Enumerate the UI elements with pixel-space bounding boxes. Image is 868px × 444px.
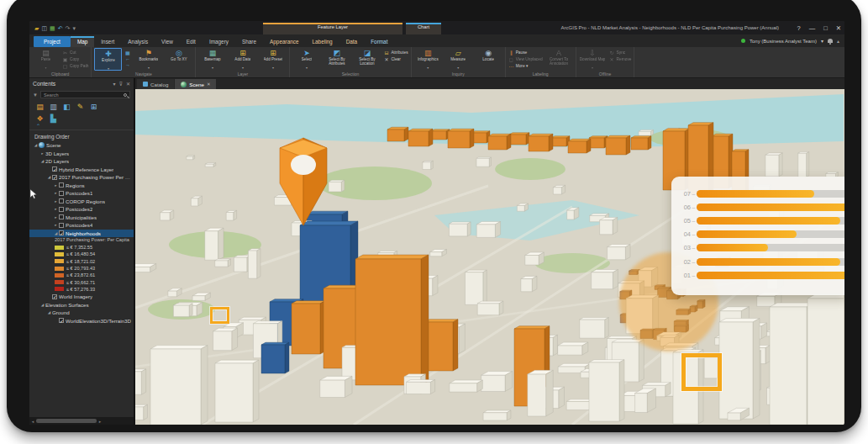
new-map-icon[interactable]: ▦: [50, 25, 55, 31]
view-tab-scene[interactable]: Scene✕: [175, 79, 216, 89]
layer-item-ground[interactable]: ◢Ground: [29, 309, 134, 317]
cut-button[interactable]: ✂Cut: [62, 50, 88, 56]
horizontal-scrollbar[interactable]: ◂ ▸: [29, 417, 134, 425]
add-data-button[interactable]: ⊞Add Data▾: [229, 48, 256, 69]
ribbon-tab-map[interactable]: Map: [71, 36, 94, 47]
layer-item-postcodes1[interactable]: ▸Postcodes1: [29, 189, 134, 198]
ribbon-tab-insert[interactable]: Insert: [94, 36, 121, 47]
layer-item-neighborhoods[interactable]: ◢Neighborhoods: [29, 230, 134, 238]
close-view-icon[interactable]: ✕: [207, 82, 211, 87]
panel-menu-icon[interactable]: ▾: [113, 81, 116, 87]
list-by-snapping-icon[interactable]: ⊞: [88, 103, 99, 112]
locate-button[interactable]: ◉Locate: [475, 48, 502, 66]
list-by-editing-icon[interactable]: ✎: [75, 103, 86, 112]
list-by-perspective-icon[interactable]: ❖: [34, 114, 45, 124]
clear-button[interactable]: ✕Clear: [383, 56, 408, 62]
ribbon-tab-view[interactable]: View: [155, 36, 180, 47]
expander-icon[interactable]: ◢: [39, 303, 45, 307]
layer-visibility-checkbox[interactable]: [59, 318, 64, 323]
measure-button[interactable]: ▱Measure▾: [445, 48, 472, 69]
layer-item-corop-regions[interactable]: ▸COROP Regions: [29, 198, 134, 206]
convert-to-annotation-button[interactable]: AConvert To Annotation: [545, 48, 573, 66]
layer-visibility-checkbox[interactable]: [59, 230, 64, 235]
copy-path-button[interactable]: ▢Copy Path: [62, 63, 88, 69]
more-button[interactable]: ⋯More ▾: [508, 63, 543, 69]
ribbon-tab-labeling[interactable]: Labeling: [306, 36, 339, 47]
list-by-drawing-order-icon[interactable]: ▤: [34, 103, 45, 112]
attributes-button[interactable]: ⊟Attributes: [383, 50, 408, 56]
select-button[interactable]: ➤Select▾: [292, 48, 320, 69]
layer-item-scene[interactable]: ◢Scene: [29, 141, 134, 150]
copy-button[interactable]: ▣Copy: [62, 56, 88, 62]
scene-3d-view[interactable]: 07–06–05–04–03–02–01–: [135, 89, 844, 425]
list-by-selection-icon[interactable]: ◧: [61, 103, 72, 112]
previous-extent-icon[interactable]: ←: [124, 56, 132, 61]
expander-icon[interactable]: ◢: [39, 159, 45, 163]
expander-icon[interactable]: ▸: [53, 183, 59, 188]
layer-item-municipalities[interactable]: ▸Municipalities: [29, 214, 134, 222]
save-icon[interactable]: ◫: [41, 25, 47, 31]
search-input[interactable]: Search: [40, 91, 130, 98]
ribbon-tab-format[interactable]: Format: [364, 36, 394, 47]
undo-icon[interactable]: ↶: [58, 25, 63, 31]
expander-icon[interactable]: ◢: [46, 310, 52, 314]
layer-visibility-checkbox[interactable]: [52, 294, 57, 299]
ribbon-tab-analysis[interactable]: Analysis: [121, 36, 155, 47]
ribbon-tab-appearance[interactable]: Appearance: [263, 36, 305, 47]
add-preset-button[interactable]: ⊞Add Preset▾: [259, 48, 287, 69]
layer-visibility-checkbox[interactable]: [59, 214, 64, 219]
account-caret-icon[interactable]: ▾: [821, 38, 823, 44]
layer-item-3d-layers[interactable]: ▸3D Layers: [29, 150, 134, 158]
select-by-location-button[interactable]: ◪Select By Location: [353, 48, 381, 66]
expander-icon[interactable]: ▸: [53, 207, 59, 211]
layer-visibility-checkbox[interactable]: [52, 166, 57, 172]
panel-pin-icon[interactable]: ⊽: [119, 81, 123, 87]
notification-bell-icon[interactable]: [828, 39, 833, 43]
nav-grid-icon[interactable]: ▦: [124, 50, 132, 56]
ribbon-tab-project[interactable]: Project: [34, 36, 71, 47]
expander-icon[interactable]: ▸: [53, 223, 59, 227]
paste-button[interactable]: ▤Paste▾: [32, 48, 60, 69]
signed-in-user[interactable]: Tony (Business Analyst Team): [750, 39, 817, 44]
select-by-attributes-button[interactable]: ◩Select By Attributes: [323, 48, 350, 66]
explore-button[interactable]: ✚Explore▾: [94, 48, 122, 71]
ribbon-tab-share[interactable]: Share: [235, 36, 263, 47]
scroll-left-icon[interactable]: ◂: [29, 419, 36, 424]
expander-icon[interactable]: ◢: [46, 175, 52, 179]
sync-button[interactable]: ↻Sync: [609, 50, 632, 56]
expander-icon[interactable]: ▸: [53, 191, 59, 195]
layer-visibility-checkbox[interactable]: [59, 207, 64, 212]
expander-icon[interactable]: ◢: [33, 143, 39, 147]
open-project-icon[interactable]: ▰: [34, 25, 39, 31]
view-unplaced-button[interactable]: ◻View Unplaced: [508, 56, 543, 62]
download-map-button[interactable]: ⇩Download Map▾: [579, 48, 607, 69]
layer-item-postcodes2[interactable]: ▸Postcodes2: [29, 205, 134, 214]
close-button[interactable]: ✕: [836, 24, 841, 32]
ribbon-tab-edit[interactable]: Edit: [180, 36, 203, 47]
layer-item-elevation-surfaces[interactable]: ◢Elevation Surfaces: [29, 301, 134, 309]
minimize-button[interactable]: —: [809, 24, 816, 32]
layer-item-hybrid-reference-layer[interactable]: Hybrid Reference Layer: [29, 166, 134, 174]
filter-icon[interactable]: ▼: [33, 92, 38, 98]
layer-visibility-checkbox[interactable]: [59, 223, 64, 228]
layer-visibility-checkbox[interactable]: [59, 182, 64, 188]
bookmarks-button[interactable]: ⚑Bookmarks▾: [134, 48, 162, 69]
redo-icon[interactable]: ↷: [66, 25, 71, 31]
scroll-right-icon[interactable]: ▸: [97, 419, 103, 424]
next-extent-icon[interactable]: →: [124, 62, 132, 67]
list-by-data-source-icon[interactable]: ▥: [48, 103, 59, 112]
list-by-charts-icon[interactable]: ▙: [48, 114, 59, 124]
layer-item-worldelevation3d-terrain3d[interactable]: WorldElevation3D/Terrain3D: [29, 317, 134, 325]
ribbon-tab-data[interactable]: Data: [339, 36, 365, 47]
qat-customize-icon[interactable]: ▾: [72, 25, 76, 31]
go-to-xy-button[interactable]: ◎Go To XY: [165, 48, 192, 66]
panel-close-icon[interactable]: ✕: [126, 81, 130, 87]
view-tab-catalog[interactable]: Catalog: [137, 79, 174, 89]
layer-item-regions[interactable]: ▸Regions: [29, 182, 134, 190]
layer-visibility-checkbox[interactable]: [52, 175, 57, 180]
layer-item-2d-layers[interactable]: ◢2D Layers: [29, 157, 134, 166]
expander-icon[interactable]: ▸: [39, 151, 45, 156]
pause-button[interactable]: ∥Pause: [508, 50, 543, 56]
ribbon-tab-imagery[interactable]: Imagery: [203, 36, 235, 47]
layer-visibility-checkbox[interactable]: [59, 198, 64, 204]
